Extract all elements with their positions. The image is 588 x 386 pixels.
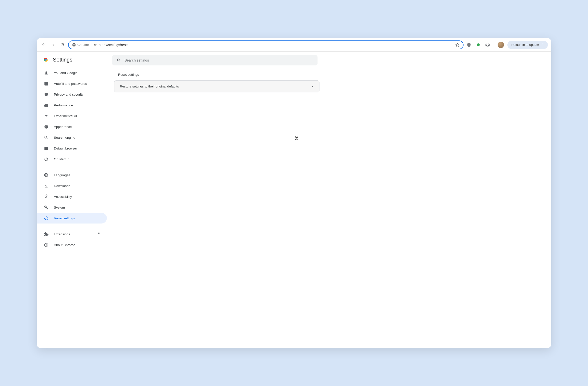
sidebar-item-appearance[interactable]: Appearance [37,121,107,132]
address-bar[interactable]: Chrome chrome://settings/reset [68,41,463,49]
ext-indicator-button[interactable] [475,42,481,48]
section-title: Reset settings [118,73,317,76]
sidebar-item-label: Reset settings [54,216,75,220]
sidebar-item-label: Extensions [54,232,70,236]
svg-point-10 [45,244,47,246]
arrow-left-icon [42,43,46,47]
chrome-badge-icon [72,43,76,47]
sidebar-item-label: Accessibility [54,195,72,198]
nav-tertiary: ExtensionsAbout Chrome [37,229,110,250]
security-icon [44,92,48,97]
page-title: Settings [53,57,73,63]
more-icon [541,43,545,47]
sidebar-item-label: About Chrome [54,243,75,247]
svg-point-2 [477,43,480,46]
svg-point-3 [543,43,543,44]
restore-defaults-row[interactable]: Restore settings to their original defau… [114,81,319,92]
reload-icon [60,43,64,47]
privacy-shield-button[interactable] [466,42,472,48]
sidebar-item-reset-settings[interactable]: Reset settings [37,213,107,223]
browser-toolbar: Chrome chrome://settings/reset Relaunch … [37,38,551,52]
sparkle-icon [44,113,48,118]
bookmark-button[interactable] [455,43,460,47]
sidebar-item-label: Privacy and security [54,93,84,96]
sidebar-item-extensions[interactable]: Extensions [37,229,107,239]
arrow-right-icon [51,43,55,47]
restore-icon [44,216,48,221]
browser-window: Chrome chrome://settings/reset Relaunch … [37,38,551,348]
sidebar-item-label: Appearance [54,125,72,129]
svg-point-5 [543,45,543,46]
reset-card: Restore settings to their original defau… [114,80,319,92]
power-icon [44,157,48,162]
svg-point-1 [73,44,74,45]
sidebar-item-label: Downloads [54,184,70,188]
site-chip[interactable]: Chrome [72,43,91,47]
nav-divider [37,226,107,226]
relaunch-button[interactable]: Relaunch to update [507,41,548,49]
nav-primary: You and GoogleAutofill and passwordsPriv… [37,67,110,164]
forward-button[interactable] [49,42,56,48]
puzzle-icon [485,43,490,47]
back-button[interactable] [40,42,47,48]
search-settings[interactable] [112,55,317,65]
sidebar-item-accessibility[interactable]: Accessibility [37,191,107,202]
sidebar-item-performance[interactable]: Performance [37,100,107,110]
sidebar-item-you-and-google[interactable]: You and Google [37,67,107,78]
restore-defaults-label: Restore settings to their original defau… [120,85,179,88]
svg-point-4 [543,44,543,45]
sidebar-item-search-engine[interactable]: Search engine [37,132,107,143]
sidebar-item-on-startup[interactable]: On startup [37,154,107,164]
sidebar-item-label: System [54,206,65,209]
sidebar-item-system[interactable]: System [37,202,107,213]
leaf-icon [476,43,481,47]
sidebar-item-languages[interactable]: Languages [37,170,107,180]
sidebar-item-default-browser[interactable]: Default browser [37,143,107,154]
search-icon [117,58,121,63]
sidebar-item-label: Default browser [54,147,77,150]
search-input[interactable] [125,58,313,62]
main-panel: Reset settings Restore settings to their… [110,52,551,348]
sidebar-item-downloads[interactable]: Downloads [37,180,107,191]
build-icon [44,205,48,210]
site-chip-label: Chrome [77,43,89,46]
chevron-right-icon [311,85,314,88]
sidebar-item-privacy-and-security[interactable]: Privacy and security [37,89,107,100]
person-icon [44,70,48,75]
accessibility-icon [44,194,48,199]
sidebar: Settings You and GoogleAutofill and pass… [37,52,110,348]
globe-icon [44,172,48,177]
assignment-icon [44,81,48,86]
url-text: chrome://settings/reset [94,43,453,47]
chrome-icon [44,242,48,247]
sidebar-item-autofill-and-passwords[interactable]: Autofill and passwords [37,78,107,89]
sidebar-item-experimental-ai[interactable]: Experimental AI [37,110,107,121]
extensions-button[interactable] [485,42,490,48]
nav-divider [37,167,107,167]
relaunch-label: Relaunch to update [511,43,539,46]
toolbar-divider [494,43,494,47]
settings-content: Settings You and GoogleAutofill and pass… [37,52,551,348]
chrome-menu-button[interactable] [541,43,545,47]
search-icon [44,135,48,140]
sidebar-item-label: On startup [54,157,69,161]
speed-icon [44,103,48,107]
sidebar-item-label: You and Google [54,71,77,75]
reload-button[interactable] [59,42,66,48]
sidebar-item-label: Autofill and passwords [54,82,87,86]
toolbar-actions: Relaunch to update [466,41,548,49]
star-icon [455,43,460,47]
browser-icon [44,146,48,151]
download-icon [44,183,48,188]
sidebar-item-label: Performance [54,104,73,107]
chrome-logo-icon [43,57,48,63]
sidebar-item-label: Experimental AI [54,114,77,118]
sidebar-item-label: Search engine [54,136,75,139]
profile-avatar[interactable] [498,42,504,48]
sidebar-item-label: Languages [54,173,70,177]
extension-icon [44,232,48,236]
nav-secondary: LanguagesDownloadsAccessibilitySystemRes… [37,170,110,223]
sidebar-item-about-chrome[interactable]: About Chrome [37,239,107,250]
external-link-icon [96,232,100,236]
palette-icon [44,124,48,129]
